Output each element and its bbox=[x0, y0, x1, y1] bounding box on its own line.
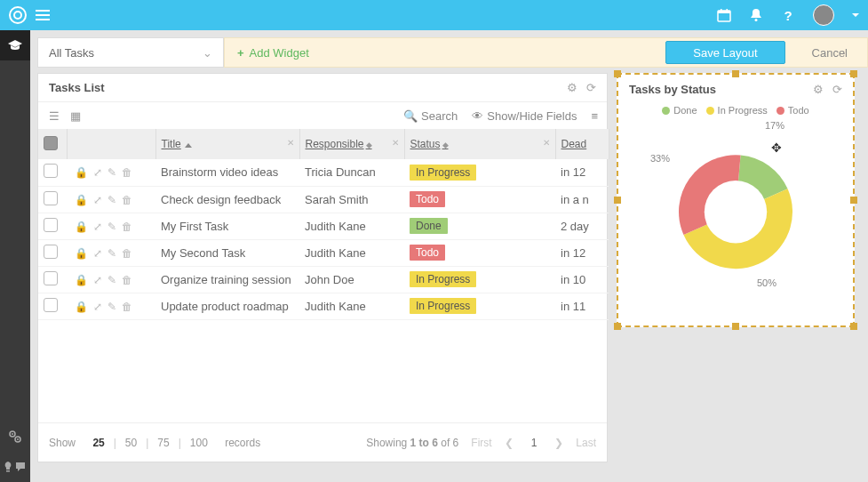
expand-icon[interactable]: ⤢ bbox=[93, 301, 102, 313]
prev-page-button[interactable]: ❮ bbox=[505, 437, 514, 449]
edit-icon[interactable]: ✎ bbox=[108, 247, 116, 260]
lock-icon[interactable]: 🔒 bbox=[75, 247, 88, 260]
menu-toggle-icon[interactable] bbox=[36, 7, 50, 23]
panel-title: Tasks by Status bbox=[629, 83, 716, 96]
trash-icon[interactable]: 🗑 bbox=[122, 247, 132, 260]
table-row[interactable]: 🔒⤢✎🗑My Second TaskJudith KaneTodoin 12 bbox=[38, 239, 609, 266]
status-column-header[interactable]: Status◆✕ bbox=[404, 129, 555, 159]
resize-handle-n[interactable] bbox=[732, 70, 739, 77]
cell-title: Organize training session bbox=[155, 266, 299, 293]
row-checkbox[interactable] bbox=[44, 191, 58, 205]
select-all-header[interactable] bbox=[38, 129, 67, 159]
responsible-column-header[interactable]: Responsible◆✕ bbox=[299, 129, 404, 159]
show-hide-fields-button[interactable]: 👁Show/Hide Fields bbox=[472, 109, 577, 123]
sort-icon: ◆ bbox=[442, 141, 449, 149]
sort-icon: ◆ bbox=[366, 141, 372, 149]
edit-icon[interactable]: ✎ bbox=[108, 194, 116, 206]
legend-dot-icon bbox=[706, 107, 714, 115]
lock-icon[interactable]: 🔒 bbox=[75, 274, 88, 286]
edit-icon[interactable]: ✎ bbox=[108, 166, 116, 179]
gear-icon[interactable]: ⚙ bbox=[567, 81, 577, 94]
table-row[interactable]: 🔒⤢✎🗑Brainstorm video ideasTricia DuncanI… bbox=[38, 159, 609, 186]
lock-icon[interactable]: 🔒 bbox=[75, 301, 88, 313]
add-widget-button[interactable]: + Add Widget bbox=[237, 46, 309, 60]
bell-icon[interactable] bbox=[749, 8, 763, 22]
status-badge: Todo bbox=[410, 191, 445, 207]
refresh-icon[interactable]: ⟳ bbox=[832, 83, 842, 96]
svg-point-10 bbox=[705, 181, 767, 243]
save-layout-button[interactable]: Save Layout bbox=[665, 41, 784, 64]
more-menu-icon[interactable]: ≡ bbox=[591, 109, 598, 123]
user-avatar[interactable] bbox=[813, 4, 834, 26]
row-checkbox[interactable] bbox=[44, 218, 58, 232]
page-size-25[interactable]: 25 bbox=[89, 437, 108, 449]
resize-handle-sw[interactable] bbox=[614, 323, 621, 330]
table-row[interactable]: 🔒⤢✎🗑Check design feedbackSarah SmithTodo… bbox=[38, 186, 609, 213]
trash-icon[interactable]: 🗑 bbox=[122, 166, 132, 179]
remove-column-icon[interactable]: ✕ bbox=[287, 138, 294, 148]
search-icon: 🔍 bbox=[403, 109, 418, 123]
expand-icon[interactable]: ⤢ bbox=[93, 247, 102, 260]
remove-column-icon[interactable]: ✕ bbox=[392, 138, 399, 148]
gear-icon[interactable]: ⚙ bbox=[813, 83, 824, 96]
lock-icon[interactable]: 🔒 bbox=[75, 221, 88, 233]
list-view-icon[interactable]: ☰ bbox=[47, 108, 61, 125]
table-row[interactable]: 🔒⤢✎🗑My First TaskJudith KaneDone2 day bbox=[38, 213, 609, 239]
resize-handle-se[interactable] bbox=[850, 323, 857, 330]
remove-column-icon[interactable]: ✕ bbox=[543, 138, 550, 148]
trash-icon[interactable]: 🗑 bbox=[122, 274, 132, 286]
user-menu-caret-icon[interactable] bbox=[852, 13, 859, 17]
trash-icon[interactable]: 🗑 bbox=[122, 301, 132, 313]
resize-handle-ne[interactable] bbox=[850, 70, 857, 77]
expand-icon[interactable]: ⤢ bbox=[93, 274, 102, 286]
search-button[interactable]: 🔍Search bbox=[403, 109, 458, 123]
refresh-icon[interactable]: ⟳ bbox=[586, 81, 596, 94]
row-checkbox[interactable] bbox=[44, 245, 58, 259]
svg-rect-3 bbox=[727, 9, 729, 12]
trash-icon[interactable]: 🗑 bbox=[122, 221, 132, 233]
top-bar: ? bbox=[0, 0, 868, 30]
first-page-button[interactable]: First bbox=[471, 437, 491, 449]
rail-item-learn[interactable] bbox=[0, 30, 30, 60]
resize-handle-s[interactable] bbox=[732, 323, 739, 330]
page-size-100[interactable]: 100 bbox=[187, 437, 211, 449]
calendar-icon[interactable] bbox=[717, 8, 731, 22]
resize-handle-nw[interactable] bbox=[614, 70, 621, 77]
title-column-header[interactable]: Title✕ bbox=[155, 129, 299, 159]
cancel-button[interactable]: Cancel bbox=[812, 46, 848, 60]
cell-responsible: Sarah Smith bbox=[299, 186, 404, 213]
svg-point-8 bbox=[17, 438, 19, 440]
grid-view-icon[interactable]: ▦ bbox=[68, 108, 83, 125]
help-icon[interactable]: ? bbox=[781, 8, 795, 22]
edit-icon[interactable]: ✎ bbox=[108, 274, 116, 286]
cell-deadline: in 11 bbox=[555, 293, 609, 319]
rail-item-settings[interactable] bbox=[0, 422, 30, 452]
trash-icon[interactable]: 🗑 bbox=[122, 194, 132, 206]
table-row[interactable]: 🔒⤢✎🗑Update product roadmapJudith KaneIn … bbox=[38, 293, 609, 319]
task-filter-dropdown[interactable]: All Tasks ⌄ bbox=[37, 37, 224, 68]
expand-icon[interactable]: ⤢ bbox=[93, 166, 102, 179]
rail-item-tips[interactable] bbox=[0, 452, 30, 482]
lock-icon[interactable]: 🔒 bbox=[75, 166, 88, 179]
tasks-by-status-panel[interactable]: Tasks by Status ⚙ ⟳ DoneIn ProgressTodo … bbox=[617, 73, 855, 327]
row-checkbox[interactable] bbox=[44, 298, 58, 312]
edit-icon[interactable]: ✎ bbox=[108, 301, 116, 313]
deadline-column-header[interactable]: Dead bbox=[555, 129, 609, 159]
page-size-75[interactable]: 75 bbox=[154, 437, 172, 449]
filter-label: All Tasks bbox=[49, 46, 94, 60]
next-page-button[interactable]: ❯ bbox=[554, 437, 563, 449]
last-page-button[interactable]: Last bbox=[576, 437, 596, 449]
svg-point-4 bbox=[755, 19, 758, 21]
row-checkbox[interactable] bbox=[44, 164, 58, 178]
page-size-50[interactable]: 50 bbox=[122, 437, 140, 449]
expand-icon[interactable]: ⤢ bbox=[93, 194, 102, 206]
row-checkbox[interactable] bbox=[44, 271, 58, 285]
edit-icon[interactable]: ✎ bbox=[108, 221, 116, 233]
legend-dot-icon bbox=[776, 107, 784, 115]
table-row[interactable]: 🔒⤢✎🗑Organize training sessionJohn DoeIn … bbox=[38, 266, 609, 293]
expand-icon[interactable]: ⤢ bbox=[93, 221, 102, 233]
status-badge: Done bbox=[410, 218, 448, 234]
cell-title: My Second Task bbox=[155, 239, 299, 266]
plus-icon: + bbox=[237, 46, 244, 60]
lock-icon[interactable]: 🔒 bbox=[75, 194, 88, 206]
